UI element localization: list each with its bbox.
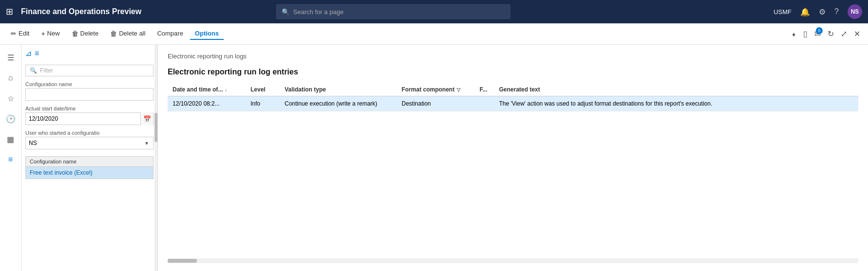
user-select-wrap[interactable]: NS All ▼ (25, 137, 154, 149)
grid-icon[interactable]: ⊞ (6, 6, 13, 17)
table-container: Date and time of... ↓ Level Validation t (168, 83, 858, 254)
breadcrumb: Electronic reporting run logs (168, 53, 858, 60)
log-entries-table: Date and time of... ↓ Level Validation t (168, 83, 858, 111)
cell-format-component: Destination (397, 96, 475, 111)
filter-funnel-icon: ⊿ (25, 49, 32, 58)
badge-button[interactable]: ✉ 0 (812, 27, 823, 40)
expand-icon[interactable]: ⤢ (839, 27, 849, 40)
config-list-item[interactable]: Free text invoice (Excel) (26, 167, 153, 179)
cell-f (475, 96, 494, 111)
filter-search-bar[interactable]: 🔍 (25, 65, 154, 76)
sidebar-workspaces-icon[interactable]: ▦ (2, 130, 19, 148)
avatar[interactable]: NS (848, 4, 862, 19)
global-search-bar[interactable]: 🔍 (276, 4, 510, 19)
filter-icon-format[interactable]: ▽ (457, 87, 461, 92)
user-select[interactable]: NS All (26, 137, 140, 149)
col-header-date[interactable]: Date and time of... ↓ (168, 83, 246, 96)
action-bar-right: ⬧ ▯ ✉ 0 ↻ ⤢ ✕ (790, 27, 862, 40)
col-header-f[interactable]: F... (475, 83, 494, 96)
options-button[interactable]: Options (190, 28, 224, 40)
filter-scrollbar[interactable] (154, 45, 157, 271)
sidebar-modules-icon[interactable]: ≡ (2, 151, 19, 168)
date-input[interactable] (26, 113, 140, 125)
main-content: Electronic reporting run logs Electronic… (158, 45, 868, 271)
delete-icon: 🗑 (72, 30, 78, 37)
delete-all-icon: 🗑 (110, 30, 117, 37)
dropdown-chevron-icon: ▼ (140, 137, 153, 149)
column-settings-icon[interactable]: ▯ (801, 27, 810, 40)
close-icon[interactable]: ✕ (852, 27, 862, 40)
action-bar: ✏ Edit + New 🗑 Delete 🗑 Delete all Compa… (0, 23, 868, 45)
search-icon: 🔍 (282, 8, 289, 16)
sidebar-menu-icon[interactable]: ☰ (2, 49, 19, 66)
cell-validation-type: Continue execution (write a remark) (280, 96, 397, 111)
filter-panel: ⊿ ≡ 🔍 Configuration name Actual start da… (21, 45, 158, 271)
compare-button[interactable]: Compare (152, 28, 188, 40)
new-button[interactable]: + New (36, 28, 64, 40)
edit-button[interactable]: ✏ Edit (6, 28, 34, 40)
add-icon: + (41, 30, 45, 37)
delete-button[interactable]: 🗑 Delete (67, 28, 104, 40)
company-label: USMF (773, 8, 791, 16)
config-name-label: Configuration name (25, 81, 154, 87)
actual-start-label: Actual start date/time (25, 106, 154, 111)
badge-count: 0 (816, 27, 823, 34)
col-header-generated-text[interactable]: Generated text (494, 83, 858, 96)
config-name-field: Configuration name (25, 81, 154, 101)
cell-generated-text: The 'View' action was used to adjust for… (494, 96, 858, 111)
settings-icon[interactable]: ⚙ (819, 7, 826, 17)
user-field: User who started a configuratio NS All ▼ (25, 130, 154, 149)
col-header-level[interactable]: Level (246, 83, 280, 96)
search-input[interactable] (293, 8, 505, 16)
sort-icon-date: ↓ (225, 87, 227, 92)
filter-list-icon: ≡ (35, 49, 39, 58)
config-list: Configuration name Free text invoice (Ex… (25, 156, 154, 179)
config-name-input[interactable] (25, 88, 154, 101)
filter-search-input[interactable] (40, 67, 149, 74)
edit-icon: ✏ (11, 30, 17, 37)
col-header-format-component[interactable]: Format component ▽ (397, 83, 475, 96)
filter-scrollbar-thumb (154, 113, 157, 142)
delete-all-button[interactable]: 🗑 Delete all (105, 28, 150, 40)
nav-right: USMF 🔔 ⚙ ? NS (773, 4, 862, 19)
filter-search-icon: 🔍 (30, 67, 37, 74)
config-list-header: Configuration name (26, 157, 153, 167)
actual-start-date-input[interactable]: 📅 (25, 112, 154, 125)
table-header-row: Date and time of... ↓ Level Validation t (168, 83, 858, 96)
sidebar-favorites-icon[interactable]: ☆ (2, 90, 19, 107)
main-layout: ☰ ⌂ ☆ 🕑 ▦ ≡ ⊿ ≡ 🔍 Configuration name Act… (0, 45, 868, 271)
user-label: User who started a configuratio (25, 130, 154, 136)
cell-level: Info (246, 96, 280, 111)
notification-icon[interactable]: 🔔 (800, 7, 810, 17)
help-icon[interactable]: ? (834, 7, 839, 16)
table-row[interactable]: 12/10/2020 08:2... Info Continue executi… (168, 96, 858, 111)
cell-date: 12/10/2020 08:2... (168, 96, 246, 111)
actual-start-field: Actual start date/time 📅 (25, 106, 154, 125)
horizontal-scrollbar[interactable] (168, 258, 858, 263)
app-title: Finance and Operations Preview (21, 7, 141, 16)
sidebar-home-icon[interactable]: ⌂ (2, 69, 19, 87)
h-scroll-thumb (168, 259, 197, 263)
sidebar-recent-icon[interactable]: 🕑 (2, 110, 19, 127)
top-nav: ⊞ Finance and Operations Preview 🔍 USMF … (0, 0, 868, 23)
sidebar-icons: ☰ ⌂ ☆ 🕑 ▦ ≡ (0, 45, 21, 271)
bookmark-icon[interactable]: ⬧ (790, 28, 798, 40)
refresh-icon[interactable]: ↻ (826, 27, 836, 40)
calendar-icon[interactable]: 📅 (140, 112, 153, 125)
section-title: Electronic reporting run log entries (168, 68, 858, 76)
col-header-validation-type[interactable]: Validation type (280, 83, 397, 96)
